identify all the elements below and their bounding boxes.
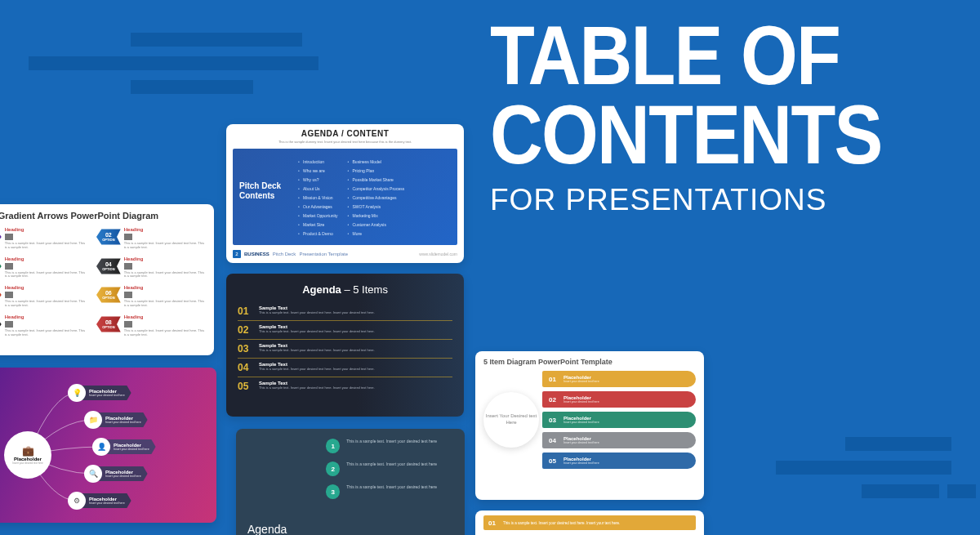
- card3-row: 04Sample TextThis is a sample text. Inse…: [238, 359, 452, 377]
- lightbulb-icon: 💡: [68, 384, 86, 402]
- card3-row: 01Sample TextThis is a sample text. Inse…: [238, 302, 452, 321]
- card4-node: 📁PlaceholderInsert your desired text her…: [84, 411, 148, 429]
- hero-line2: CONTENTS: [490, 96, 882, 175]
- card5-bar: 03PlaceholderInsert your desired text he…: [542, 412, 696, 428]
- card4-node: 🔍PlaceholderInsert your desired text her…: [84, 465, 148, 483]
- card5-bar: 05PlaceholderInsert your desired text he…: [542, 453, 696, 469]
- card1-col2: Business ModelPricing PlanPossible Marke…: [348, 157, 405, 237]
- card3-title: Agenda – 5 Items: [238, 283, 452, 296]
- card2-item: HeadingThis is a sample text. Insert you…: [96, 256, 206, 279]
- card4-node: 👤PlaceholderInsert your desired text her…: [92, 438, 156, 456]
- hero-title: TABLE OF CONTENTS FOR PRESENTATIONS: [490, 16, 935, 217]
- card2-item: HeadingThis is a sample text. Insert you…: [96, 285, 206, 308]
- card5-bar: 01PlaceholderInsert your desired text he…: [542, 371, 696, 387]
- card5-bar: 04PlaceholderInsert your desired text he…: [542, 432, 696, 448]
- card2-item: 01OPTIONHeadingThis is a sample text. In…: [0, 227, 87, 250]
- briefcase-icon: 💼: [22, 445, 34, 457]
- card5-title: 5 Item Diagram PowerPoint Template: [483, 358, 696, 366]
- card3-row: 05Sample TextThis is a sample text. Inse…: [238, 377, 452, 395]
- card3-row: 03Sample TextThis is a sample text. Inse…: [238, 340, 452, 359]
- card6-title: Agenda: [247, 523, 287, 535]
- card6-item: 3This is a sample text. Insert your desi…: [326, 484, 457, 499]
- card4-node: ⚙PlaceholderInsert your desired text her…: [68, 492, 131, 510]
- card5-center-circle: Insert Your Desired text Here: [483, 392, 539, 448]
- thumbnail-gradient-arrows: teps Gradient Arrows PowerPoint Diagram …: [0, 204, 214, 355]
- card2-item: 07OPTIONHeadingThis is a sample text. In…: [0, 314, 87, 337]
- thumbnail-agenda-5-items: Agenda – 5 Items 01Sample TextThis is a …: [226, 274, 464, 417]
- card2-item: HeadingThis is a sample text. Insert you…: [96, 227, 206, 250]
- card2-item: 05OPTIONHeadingThis is a sample text. In…: [0, 285, 87, 308]
- card4-hub: 💼 Placeholder Insert your desired text h…: [4, 431, 51, 479]
- avatar-icon: 👤: [92, 438, 110, 456]
- thumbnail-5-item-diagram: 5 Item Diagram PowerPoint Template Inser…: [475, 351, 704, 500]
- decorative-bars-bottom: [780, 437, 976, 498]
- card1-pitch-deck: Pitch Deck Contents: [239, 181, 298, 201]
- card4-node: 💡PlaceholderInsert your desired text her…: [68, 384, 131, 402]
- card6-item: 2This is a sample text. Insert your desi…: [326, 461, 457, 476]
- hero-line1: TABLE OF: [490, 16, 882, 96]
- decorative-bars-top: [78, 33, 318, 104]
- thumbnail-placeholder-mindmap: 💼 Placeholder Insert your desired text h…: [0, 368, 216, 523]
- hero-subtitle: FOR PRESENTATIONS: [490, 183, 935, 217]
- thumbnail-bottom-cut: 01This is a sample text. Insert your des…: [475, 510, 704, 535]
- card3-row: 02Sample TextThis is a sample text. Inse…: [238, 321, 452, 340]
- card1-title: AGENDA / CONTENT: [234, 129, 456, 138]
- thumbnail-agenda-content: AGENDA / CONTENT This is the sample dumm…: [226, 124, 464, 263]
- card2-title: teps Gradient Arrows PowerPoint Diagram: [0, 211, 206, 221]
- card5-bar: 02PlaceholderInsert your desired text he…: [542, 391, 696, 408]
- gear-icon: ⚙: [68, 492, 86, 510]
- search-icon: 🔍: [84, 465, 102, 483]
- card1-subtitle: This is the sample dummy text. Insert yo…: [234, 140, 456, 144]
- thumbnail-agenda-teal: Agenda 1This is a sample text. Insert yo…: [236, 429, 465, 535]
- card2-item: HeadingThis is a sample text. Insert you…: [96, 314, 206, 337]
- card1-col1: IntroductionWho we areWhy us?About UsMis…: [298, 157, 338, 237]
- card6-item: 1This is a sample text. Insert your desi…: [326, 439, 457, 453]
- card1-page-number: 2: [233, 250, 241, 258]
- card2-item: 03OPTIONHeadingThis is a sample text. In…: [0, 256, 87, 279]
- folder-icon: 📁: [84, 411, 102, 429]
